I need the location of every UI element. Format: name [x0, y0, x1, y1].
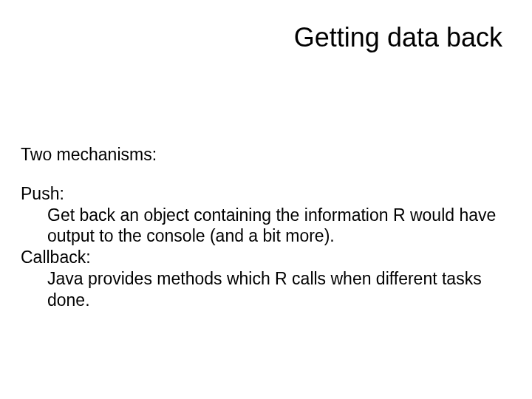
title-area: Getting data back: [294, 22, 502, 53]
section-desc-callback: Java provides methods which R calls when…: [21, 268, 502, 311]
page-title: Getting data back: [294, 22, 502, 53]
section-desc-push: Get back an object containing the inform…: [21, 205, 502, 248]
body-content: Two mechanisms: Push: Get back an object…: [21, 144, 502, 310]
intro-text: Two mechanisms:: [21, 144, 502, 166]
section-label-push: Push:: [21, 183, 502, 205]
slide: Getting data back Two mechanisms: Push: …: [0, 0, 532, 399]
section-label-callback: Callback:: [21, 247, 502, 268]
